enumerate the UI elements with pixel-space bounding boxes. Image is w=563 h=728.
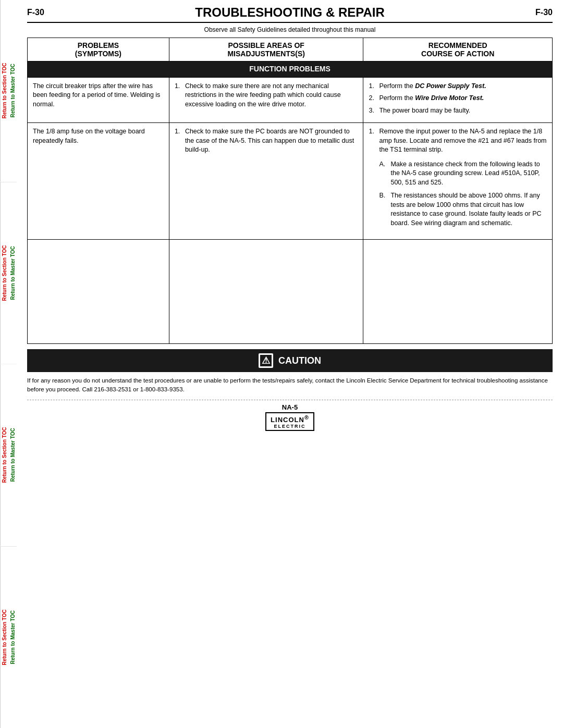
problem-cell-2: The 1/8 amp fuse on the voltage board re… — [28, 123, 169, 240]
col-header-areas: POSSIBLE AREAS OFMISADJUSTMENTS(S) — [169, 38, 363, 61]
brand-name: LINCOLN® — [271, 414, 309, 424]
problem-cell-1: The circuit breaker trips after the wire… — [28, 77, 169, 123]
caution-bar: ⚠ CAUTION — [27, 349, 553, 372]
areas-list-1: 1. Check to make sure there are not any … — [175, 82, 358, 109]
sub-item-2a: A. Make a resistance check from the foll… — [379, 160, 547, 188]
caution-label: CAUTION — [278, 355, 321, 366]
side-tab-group-2: Return to Section TOC Return to Master T… — [0, 182, 17, 365]
action-cell-2: 1. Remove the input power to the NA-5 an… — [363, 123, 553, 240]
return-master-toc-2[interactable]: Return to Master TOC — [8, 182, 17, 364]
return-section-toc-1[interactable]: Return to Section TOC — [0, 0, 8, 182]
return-section-toc-2[interactable]: Return to Section TOC — [0, 182, 8, 364]
action-item-2a: 1. Remove the input power to the NA-5 an… — [369, 127, 547, 232]
action-item-1c: 3. The power board may be faulty. — [369, 106, 547, 116]
action-item-1a: 1. Perform the DC Power Supply Test. — [369, 82, 547, 91]
return-section-toc-4[interactable]: Return to Section TOC — [0, 547, 8, 729]
footer-brand: NA-5 LINCOLN® ELECTRIC — [27, 403, 553, 431]
model-name: NA-5 — [27, 403, 553, 411]
action-list-1: 1. Perform the DC Power Supply Test. 2. … — [369, 82, 547, 116]
areas-list-item-2: 1. Check to make sure the PC boards are … — [175, 127, 358, 155]
footer-note: If for any reason you do not understand … — [27, 376, 553, 394]
page-header: F-30 TROUBLESHOOTING & REPAIR F-30 — [27, 5, 553, 23]
troubleshooting-table: PROBLEMS(SYMPTOMS) POSSIBLE AREAS OFMISA… — [27, 38, 553, 344]
table-row: The circuit breaker trips after the wire… — [28, 77, 553, 123]
action-cell-1: 1. Perform the DC Power Supply Test. 2. … — [363, 77, 553, 123]
main-content: F-30 TROUBLESHOOTING & REPAIR F-30 Obser… — [17, 0, 563, 728]
page-number-right: F-30 — [535, 8, 553, 17]
return-master-toc-4[interactable]: Return to Master TOC — [8, 547, 17, 729]
table-row-empty — [28, 240, 553, 344]
function-problems-header: FUNCTION PROBLEMS — [28, 61, 553, 78]
sub-item-2b: B. The resistances should be above 1000 … — [379, 191, 547, 228]
table-row: The 1/8 amp fuse on the voltage board re… — [28, 123, 553, 240]
areas-list-2: 1. Check to make sure the PC boards are … — [175, 127, 358, 155]
safety-notice: Observe all Safety Guidelines detailed t… — [27, 26, 553, 33]
return-master-toc-3[interactable]: Return to Master TOC — [8, 364, 17, 546]
side-tab-group-4: Return to Section TOC Return to Master T… — [0, 547, 17, 729]
brand-sub: ELECTRIC — [271, 424, 309, 429]
bottom-separator — [27, 400, 553, 400]
areas-cell-2: 1. Check to make sure the PC boards are … — [169, 123, 363, 240]
caution-triangle-icon: ⚠ — [259, 353, 273, 368]
function-problems-label: FUNCTION PROBLEMS — [28, 61, 553, 78]
side-tab-group-3: Return to Section TOC Return to Master T… — [0, 364, 17, 547]
return-master-toc-1[interactable]: Return to Master TOC — [8, 0, 17, 182]
return-section-toc-3[interactable]: Return to Section TOC — [0, 364, 8, 546]
problem-text-2: The 1/8 amp fuse on the voltage board re… — [33, 128, 145, 144]
side-tabs: Return to Section TOC Return to Master T… — [0, 0, 17, 728]
col-header-action: RECOMMENDEDCOURSE OF ACTION — [363, 38, 553, 61]
sub-list-2: A. Make a resistance check from the foll… — [369, 160, 547, 232]
action-list-2: 1. Remove the input power to the NA-5 an… — [369, 127, 547, 232]
col-header-problems: PROBLEMS(SYMPTOMS) — [28, 38, 169, 61]
page-number-left: F-30 — [27, 8, 44, 17]
areas-cell-1: 1. Check to make sure there are not any … — [169, 77, 363, 123]
action-item-1b: 2. Perform the Wire Drive Motor Test. — [369, 94, 547, 103]
problem-text-1: The circuit breaker trips after the wire… — [33, 82, 160, 108]
page-title: TROUBLESHOOTING & REPAIR — [44, 5, 535, 20]
lincoln-logo: LINCOLN® ELECTRIC — [265, 412, 314, 431]
areas-list-item-1: 1. Check to make sure there are not any … — [175, 82, 358, 109]
side-tab-group-1: Return to Section TOC Return to Master T… — [0, 0, 17, 182]
